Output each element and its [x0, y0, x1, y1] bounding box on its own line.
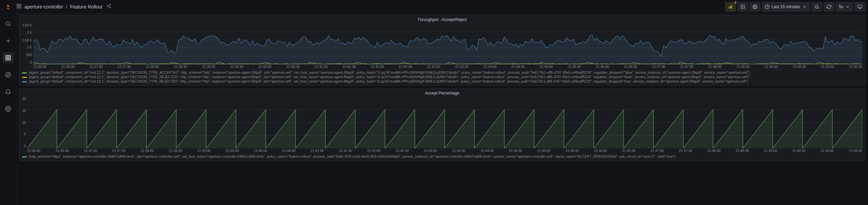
x-tick: 21:50:00 — [820, 149, 834, 153]
dashboard-settings-button[interactable] — [750, 2, 760, 12]
y-tick: 2 K — [27, 31, 32, 35]
svg-point-8 — [5, 72, 11, 78]
legend-label: {agent_group="default", component_id="ro… — [29, 71, 750, 74]
legend-item[interactable]: {agent_group="default", component_id="ro… — [22, 71, 862, 74]
sidebar — [0, 0, 16, 205]
x-tick: 21:46:00 — [594, 149, 607, 153]
panel-accept-percentage[interactable]: Accept Percentage 20151050 21:36:0021:36… — [19, 88, 865, 161]
y-tick: 2.50 K — [22, 23, 32, 27]
x-tick: 21:47:00 — [650, 149, 664, 153]
legend-item[interactable]: {agent_group="default", component_id="ro… — [22, 75, 862, 79]
x-tick: 21:36:30 — [61, 65, 75, 69]
x-tick: 21:45:30 — [568, 65, 581, 69]
x-tick: 21:44:30 — [509, 149, 522, 153]
y-axis: 2.50 K2 K1.50 K1 K5000 — [22, 23, 33, 64]
svg-point-16 — [107, 5, 109, 7]
y-tick: 5 — [24, 132, 26, 136]
svg-rect-21 — [730, 6, 731, 8]
svg-point-17 — [110, 7, 111, 8]
x-tick: 21:41:00 — [311, 149, 324, 153]
x-tick: 21:36:00 — [33, 65, 47, 69]
zoom-out-button[interactable] — [811, 2, 822, 12]
y-tick: 10 — [22, 121, 26, 124]
x-tick: 21:43:30 — [452, 149, 465, 153]
x-tick: 21:43:30 — [455, 65, 468, 69]
x-tick: 21:45:00 — [539, 65, 553, 69]
alerting-icon[interactable] — [3, 86, 14, 97]
chart-accept-percentage[interactable] — [27, 97, 862, 148]
y-tick: 500 — [26, 53, 32, 57]
panel-title: Accept Percentage — [22, 90, 862, 97]
share-icon[interactable] — [107, 4, 111, 10]
dashboard-grid-icon[interactable] — [16, 3, 22, 10]
addons-button[interactable] — [725, 2, 736, 12]
x-tick: 21:48:30 — [736, 65, 750, 69]
dashboards-icon[interactable] — [3, 52, 14, 63]
x-tick: 21:44:00 — [483, 65, 497, 69]
x-tick: 21:39:00 — [202, 65, 215, 69]
view-mode-button[interactable] — [854, 2, 865, 12]
x-tick: 21:46:30 — [624, 65, 637, 69]
legend-swatch — [22, 72, 27, 73]
svg-rect-4 — [6, 55, 7, 57]
x-tick: 21:40:00 — [254, 149, 267, 153]
time-range-picker[interactable]: Last 15 minutes — [762, 2, 810, 12]
topbar: aperture-controller / Feature Rollout La… — [0, 0, 868, 14]
legend-item[interactable]: {http_scheme="https", instance="aperture… — [22, 155, 862, 158]
svg-marker-9 — [7, 74, 9, 76]
legend-swatch — [22, 156, 27, 157]
x-tick: 21:47:00 — [652, 65, 665, 69]
y-tick: 0 — [24, 144, 26, 148]
x-tick: 21:46:30 — [622, 149, 635, 153]
x-tick: 21:46:00 — [596, 65, 609, 69]
plus-icon[interactable] — [3, 35, 14, 46]
x-tick: 21:37:00 — [84, 149, 97, 153]
add-panel-button[interactable] — [737, 2, 748, 12]
svg-point-15 — [110, 4, 111, 5]
x-tick: 21:36:30 — [56, 149, 69, 153]
x-tick: 21:39:00 — [197, 149, 210, 153]
svg-point-26 — [754, 6, 756, 7]
x-tick: 21:42:00 — [367, 149, 381, 153]
toolbar: Last 15 minutes 5s — [725, 2, 865, 12]
x-tick: 21:36:00 — [27, 149, 40, 153]
svg-rect-7 — [6, 58, 7, 60]
svg-rect-20 — [729, 7, 730, 8]
svg-rect-22 — [731, 5, 732, 8]
legend: {http_scheme="https", instance="aperture… — [22, 154, 862, 158]
svg-point-10 — [7, 108, 9, 110]
refresh-interval-picker[interactable]: 5s — [836, 2, 853, 12]
chart-throughput[interactable] — [33, 23, 862, 64]
x-tick: 21:48:00 — [707, 149, 720, 153]
settings-icon[interactable] — [3, 103, 14, 114]
x-tick: 21:48:00 — [708, 65, 722, 69]
x-tick: 21:42:30 — [399, 65, 412, 69]
x-tick: 21:50:30 — [849, 65, 862, 69]
dashboard-content: Throughput - Accept/Reject 2.50 K2 K1.50… — [16, 14, 868, 205]
x-tick: 21:44:00 — [481, 149, 494, 153]
explore-icon[interactable] — [3, 69, 14, 80]
y-tick: 1 K — [27, 46, 32, 49]
x-tick: 21:41:30 — [343, 65, 356, 69]
svg-point-0 — [6, 22, 10, 25]
legend-swatch — [22, 81, 27, 82]
refresh-button[interactable] — [824, 2, 834, 12]
svg-rect-13 — [19, 6, 21, 8]
svg-rect-12 — [19, 4, 21, 6]
legend-item[interactable]: {agent_group="default", component_id="ro… — [22, 80, 862, 83]
breadcrumb: aperture-controller / Feature Rollout — [16, 3, 111, 10]
x-tick: 21:42:30 — [395, 149, 409, 153]
breadcrumb-dashboard[interactable]: Feature Rollout — [70, 4, 103, 10]
grafana-logo[interactable] — [3, 3, 13, 12]
chevron-down-icon — [802, 4, 807, 9]
svg-line-1 — [9, 25, 10, 26]
y-tick: 0 — [30, 61, 32, 64]
legend: {agent_group="default", component_id="ro… — [22, 70, 862, 83]
panel-throughput[interactable]: Throughput - Accept/Reject 2.50 K2 K1.50… — [19, 15, 865, 86]
x-tick: 21:49:30 — [793, 65, 806, 69]
search-icon[interactable] — [3, 18, 14, 29]
y-tick: 1.50 K — [22, 38, 32, 42]
breadcrumb-folder[interactable]: aperture-controller — [24, 4, 63, 10]
legend-label: {agent_group="default", component_id="ro… — [29, 75, 749, 79]
svg-rect-31 — [858, 5, 862, 7]
